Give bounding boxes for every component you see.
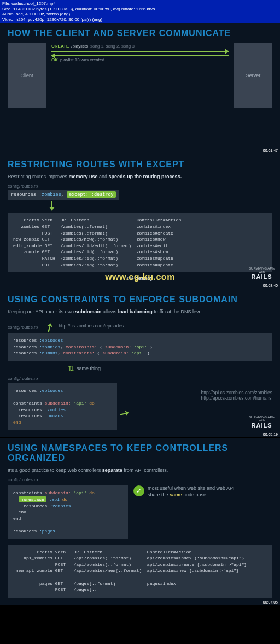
create-label: CREATE: [51, 44, 69, 49]
arrow-right-icon: [51, 51, 229, 52]
media-audio: Audio: aac, 48000 Hz, stereo (eng): [2, 11, 278, 17]
url-note: http://cs-zombies.com/episodes: [59, 323, 124, 329]
media-info-bar: File: codeschool_1257.mp4 Size: 11433118…: [0, 0, 280, 23]
arrow-updown-icon: ⇅: [68, 364, 74, 373]
timestamp: 00:01:47: [263, 149, 278, 153]
slide-namespaces: USING NAMESPACES TO KEEP CONTROLLERS ORG…: [0, 438, 280, 605]
slide-title: HOW THE CLIENT AND SERVER COMMUNICATE: [8, 28, 272, 38]
file-label: config/routes.rb: [8, 376, 117, 381]
subtitle: Keeping our API under its own subdomain …: [8, 309, 272, 314]
subtitle: Restricting routes improves memory use a…: [8, 174, 272, 179]
client-box: Client: [8, 43, 46, 108]
slide-except: RESTRICTING ROUTES WITH EXCEPT Restricti…: [0, 154, 280, 289]
file-label: config/routes.rb: [8, 325, 38, 330]
routes-output: Prefix Verb URI Pattern Controller#Actio…: [8, 213, 272, 272]
file-label: config/routes.rb: [8, 184, 272, 189]
brand-logo: SURVIVING APIs with RAILS: [249, 267, 275, 280]
url-zombies: http://api.cs-zombies.com/zombies: [201, 390, 272, 395]
media-video: Video: h264, yuv420p, 1280x720, 30.00 fp…: [2, 17, 278, 22]
timestamp: 00:03:40: [263, 284, 278, 288]
create-path: /playlists: [71, 44, 88, 49]
media-size: Size: 114331182 bytes (109.03 MiB), dura…: [2, 7, 278, 12]
subtitle: It's a good practice to keep web control…: [8, 467, 272, 473]
timestamp: 00:05:19: [263, 432, 278, 436]
server-box: Server: [234, 43, 272, 108]
arrow-down-icon: [51, 201, 52, 210]
slide-title: USING NAMESPACES TO KEEP CONTROLLERS ORG…: [8, 443, 272, 463]
slide-title: USING CONSTRAINTS TO ENFORCE SUBDOMAIN: [8, 295, 272, 305]
code-block-2: resources :episodes constraints subdomai…: [8, 383, 117, 430]
code-block: constraints subdomain: 'api' do namespac…: [8, 485, 128, 538]
create-body: song 1, song 2, song 3: [90, 44, 135, 49]
ok-message: playlist 13 was created.: [60, 57, 106, 62]
media-file: File: codeschool_1257.mp4: [2, 1, 278, 7]
arrow-curve-icon: ➚: [116, 405, 132, 422]
same-label: same thing: [77, 366, 101, 371]
watermark: www.cg-ku.com: [105, 272, 175, 282]
caption: the destroy www.cg-ku.com: [8, 276, 272, 281]
note: most useful when web site and web API sh…: [148, 485, 241, 498]
code-block-1: resources :episodes resources :zombies, …: [8, 333, 272, 361]
arrow-left-icon: [51, 55, 229, 56]
slide-communicate: HOW THE CLIENT AND SERVER COMMUNICATE Cl…: [0, 23, 280, 154]
timestamp: 00:07:05: [263, 600, 278, 604]
brand-logo: SURVIVING APIs with RAILS: [249, 415, 275, 429]
routes-output: Prefix Verb URI Pattern Controller#Actio…: [8, 545, 272, 598]
slide-constraints: USING CONSTRAINTS TO ENFORCE SUBDOMAIN K…: [0, 289, 280, 438]
slide-title: RESTRICTING ROUTES WITH EXCEPT: [8, 160, 272, 169]
url-humans: http://api.cs-zombies.com/humans: [201, 395, 272, 401]
code-inline: resources :zombies, except: :destroy: [8, 190, 119, 200]
file-label: config/routes.rb: [8, 477, 272, 482]
check-icon: ✓: [133, 485, 144, 496]
